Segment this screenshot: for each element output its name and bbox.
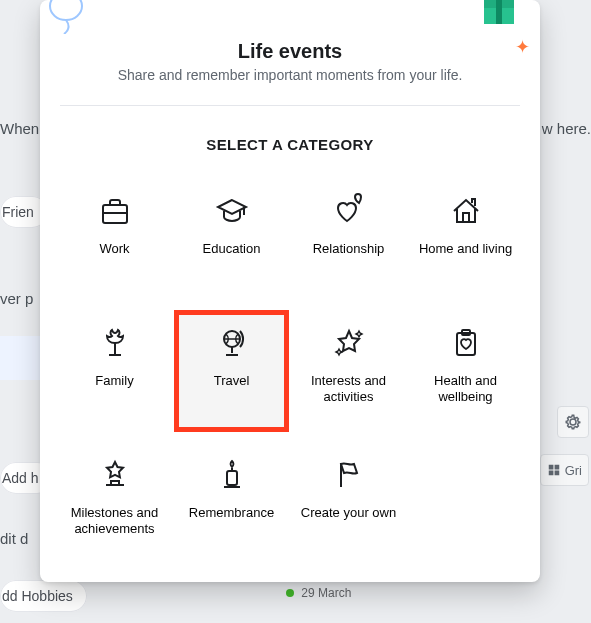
category-work[interactable]: Work [60, 181, 169, 297]
svg-point-0 [50, 0, 82, 20]
sparkle-star-icon [329, 323, 369, 363]
family-tree-icon [95, 323, 135, 363]
bg-text: dit d [0, 530, 28, 547]
category-label: Create your own [301, 505, 396, 537]
category-milestones[interactable]: Milestones and achievements [60, 445, 169, 561]
bg-bluebar [0, 336, 40, 380]
category-family[interactable]: Family [60, 313, 169, 429]
category-relationship[interactable]: Relationship [294, 181, 403, 297]
category-label: Health and wellbeing [415, 373, 516, 406]
category-education[interactable]: Education [177, 181, 286, 297]
svg-rect-3 [496, 0, 502, 24]
grad-cap-icon [212, 191, 252, 231]
globe-stand-icon [212, 323, 252, 363]
grid-view-button[interactable]: Gri [540, 454, 589, 486]
briefcase-icon [95, 191, 135, 231]
house-icon [446, 191, 486, 231]
balloon-decor-icon [48, 0, 118, 34]
category-label: Home and living [419, 241, 512, 273]
candle-icon [212, 455, 252, 495]
gear-icon [564, 413, 582, 431]
modal-title: Life events [40, 40, 540, 63]
star-podium-icon [95, 455, 135, 495]
category-health[interactable]: Health and wellbeing [411, 313, 520, 429]
category-label: Travel [214, 373, 250, 405]
bg-date: 29 March [286, 586, 351, 600]
category-label: Family [95, 373, 133, 405]
category-label: Interests and activities [298, 373, 399, 406]
category-interests[interactable]: Interests and activities [294, 313, 403, 429]
select-category-heading: SELECT A CATEGORY [40, 136, 540, 153]
settings-button[interactable] [557, 406, 589, 438]
category-label: Education [203, 241, 261, 273]
clipboard-heart-icon [446, 323, 486, 363]
modal-subtitle: Share and remember important moments fro… [40, 67, 540, 83]
category-home[interactable]: Home and living [411, 181, 520, 297]
bg-text: w here. [542, 120, 591, 137]
category-travel[interactable]: Travel [177, 313, 286, 429]
category-label: Milestones and achievements [64, 505, 165, 538]
divider [60, 105, 520, 106]
grid-label: Gri [565, 463, 582, 478]
category-label: Relationship [313, 241, 385, 273]
life-events-modal: ✦ Life events Share and remember importa… [40, 0, 540, 582]
modal-hero: ✦ [40, 0, 540, 24]
category-label: Work [99, 241, 129, 273]
grid-icon [547, 463, 561, 477]
flag-icon [329, 455, 369, 495]
category-label: Remembrance [189, 505, 274, 537]
gift-decor-icon [478, 0, 522, 28]
category-grid: WorkEducationRelationshipHome and living… [40, 153, 540, 581]
hearts-icon [329, 191, 369, 231]
category-create[interactable]: Create your own [294, 445, 403, 561]
category-remembrance[interactable]: Remembrance [177, 445, 286, 561]
bg-hobbies: dd Hobbies [0, 580, 87, 612]
sparkle-icon: ✦ [515, 36, 530, 58]
bg-text: ver p [0, 290, 33, 307]
